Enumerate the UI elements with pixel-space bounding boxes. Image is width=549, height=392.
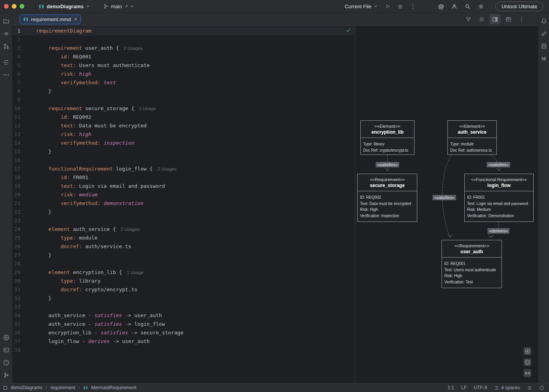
git-toolwindow-icon[interactable] bbox=[1, 370, 11, 380]
code-line[interactable]: 3 requirement user_auth {2 Usages bbox=[13, 44, 355, 53]
notifications-bell-icon[interactable] bbox=[539, 16, 549, 26]
inspections-check-icon[interactable] bbox=[345, 27, 351, 33]
code-text[interactable]: requirementDiagram bbox=[36, 27, 91, 35]
breadcrumb-dir[interactable]: requirement bbox=[50, 385, 75, 390]
line-number[interactable]: 4 bbox=[13, 53, 36, 61]
line-number[interactable]: 38 bbox=[13, 346, 36, 354]
code-text[interactable]: } bbox=[36, 147, 51, 156]
encoding-widget[interactable]: UTF-8 bbox=[474, 385, 487, 390]
code-line[interactable]: 7 verifymethod: test bbox=[13, 78, 355, 87]
more-toolwindows-icon[interactable] bbox=[1, 70, 11, 80]
code-line[interactable]: 33 bbox=[13, 303, 355, 311]
code-line[interactable]: 38 bbox=[13, 346, 355, 354]
code-line[interactable]: 1requirementDiagram bbox=[13, 27, 355, 35]
code-line[interactable]: 11 id: REQ002 bbox=[13, 113, 355, 122]
mermaid-preview-pane[interactable]: <<Element>>encryption_libType: libraryDo… bbox=[355, 26, 538, 383]
code-text[interactable]: id: REQ002 bbox=[36, 113, 91, 122]
code-line[interactable]: 18 id: FR001 bbox=[13, 173, 355, 182]
code-line[interactable]: 36 encryption_lib - satisfies -> secure_… bbox=[13, 328, 355, 337]
line-number[interactable]: 16 bbox=[13, 156, 36, 165]
line-number[interactable]: 18 bbox=[13, 173, 36, 182]
code-line[interactable]: 15 } bbox=[13, 147, 355, 156]
code-text[interactable]: verifymethod: demonstration bbox=[36, 199, 144, 208]
line-number[interactable]: 9 bbox=[13, 96, 36, 104]
code-text[interactable]: } bbox=[36, 294, 51, 303]
code-line[interactable]: 31 docref: crypto/encrypt.ts bbox=[13, 285, 355, 294]
code-line[interactable]: 12 text: Data must be encrypted bbox=[13, 122, 355, 130]
code-text[interactable]: risk: high bbox=[36, 130, 91, 139]
line-number[interactable]: 34 bbox=[13, 311, 36, 320]
code-line[interactable]: 5 text: Users must authenticate bbox=[13, 61, 355, 70]
code-text[interactable]: requirement secure_storage {1 Usage bbox=[36, 104, 156, 113]
lock-icon[interactable] bbox=[527, 385, 532, 390]
close-tab-icon[interactable]: × bbox=[74, 16, 77, 22]
inspections-status-icon[interactable] bbox=[539, 385, 544, 390]
code-line[interactable]: 13 risk: high bbox=[13, 130, 355, 139]
unlock-ultimate-button[interactable]: Unlock Ultimate bbox=[495, 2, 544, 11]
zoom-in-button[interactable] bbox=[524, 347, 531, 355]
list-view-icon[interactable] bbox=[476, 14, 487, 24]
code-line[interactable]: 27 } bbox=[13, 251, 355, 260]
line-number[interactable]: 12 bbox=[13, 122, 36, 130]
line-number[interactable]: 21 bbox=[13, 199, 36, 208]
code-text[interactable]: auth_service - satisfies -> login_flow bbox=[36, 320, 165, 328]
code-line[interactable]: 29 element encryption_lib {1 Usage bbox=[13, 268, 355, 277]
code-text[interactable]: risk: medium bbox=[36, 191, 98, 199]
line-number[interactable]: 24 bbox=[13, 225, 36, 234]
code-line[interactable]: 16 bbox=[13, 156, 355, 165]
line-number[interactable]: 36 bbox=[13, 328, 36, 337]
caret-position-widget[interactable]: 1:1 bbox=[447, 385, 454, 390]
code-line[interactable]: 17 functionalRequirement login_flow {2 U… bbox=[13, 165, 355, 173]
line-number[interactable]: 29 bbox=[13, 268, 36, 277]
code-line[interactable]: 37 login_flow - derives -> user_auth bbox=[13, 337, 355, 346]
line-number[interactable]: 14 bbox=[13, 139, 36, 147]
line-number[interactable]: 23 bbox=[13, 216, 36, 225]
code-line[interactable]: 2 bbox=[13, 35, 355, 44]
indent-widget[interactable]: 4 spaces bbox=[494, 385, 520, 390]
more-actions-kebab-icon[interactable]: ⋮ bbox=[407, 1, 418, 11]
line-number[interactable]: 15 bbox=[13, 147, 36, 156]
code-line[interactable]: 9 bbox=[13, 96, 355, 104]
zoom-out-button[interactable] bbox=[524, 358, 531, 366]
code-line[interactable]: 28 bbox=[13, 260, 355, 268]
editor-and-preview-layout-icon[interactable] bbox=[489, 14, 500, 24]
line-number[interactable]: 11 bbox=[13, 113, 36, 122]
usages-hint[interactable]: 2 Usages bbox=[124, 46, 143, 51]
code-text[interactable]: element auth_service {2 Usages bbox=[36, 225, 140, 234]
line-number[interactable]: 6 bbox=[13, 70, 36, 78]
line-number[interactable]: 10 bbox=[13, 104, 36, 113]
pull-requests-icon[interactable] bbox=[1, 41, 11, 51]
filter-icon[interactable] bbox=[463, 14, 474, 24]
project-folder-icon[interactable] bbox=[1, 16, 11, 26]
code-text[interactable]: verifymethod: inspection bbox=[36, 139, 134, 147]
line-number[interactable]: 35 bbox=[13, 320, 36, 328]
code-line[interactable]: 24 element auth_service {2 Usages bbox=[13, 225, 355, 234]
line-number[interactable]: 28 bbox=[13, 260, 36, 268]
project-selector[interactable]: demoDiagrams bbox=[35, 2, 93, 11]
line-number[interactable]: 27 bbox=[13, 251, 36, 260]
code-text[interactable]: risk: high bbox=[36, 70, 91, 78]
settings-gear-icon[interactable] bbox=[476, 1, 487, 11]
preview-only-layout-icon[interactable] bbox=[503, 14, 514, 24]
line-number[interactable]: 37 bbox=[13, 337, 36, 346]
line-number[interactable]: 26 bbox=[13, 242, 36, 251]
code-line[interactable]: 23 bbox=[13, 216, 355, 225]
breadcrumb-file[interactable]: MermaidRequirement bbox=[91, 385, 136, 390]
minimize-window-button[interactable] bbox=[12, 4, 16, 9]
git-branch-widget[interactable]: main ↗ bbox=[100, 2, 137, 11]
breadcrumb-project[interactable]: demoDiagrams bbox=[11, 385, 42, 390]
code-text[interactable]: text: Data must be encrypted bbox=[36, 122, 147, 130]
line-number[interactable]: 5 bbox=[13, 61, 36, 70]
code-text[interactable]: } bbox=[36, 87, 51, 96]
line-number[interactable]: 8 bbox=[13, 87, 36, 96]
run-toolwindow-icon[interactable] bbox=[1, 332, 11, 343]
line-number[interactable]: 3 bbox=[13, 44, 36, 53]
line-number[interactable]: 25 bbox=[13, 234, 36, 242]
code-text[interactable]: encryption_lib - satisfies -> secure_sto… bbox=[36, 328, 184, 337]
code-line[interactable]: 22 } bbox=[13, 208, 355, 216]
code-line[interactable]: 6 risk: high bbox=[13, 70, 355, 78]
code-text[interactable]: docref: crypto/encrypt.ts bbox=[36, 285, 137, 294]
line-number[interactable]: 19 bbox=[13, 182, 36, 191]
terminal-icon[interactable] bbox=[1, 345, 11, 355]
code-line[interactable]: 25 type: module bbox=[13, 234, 355, 242]
